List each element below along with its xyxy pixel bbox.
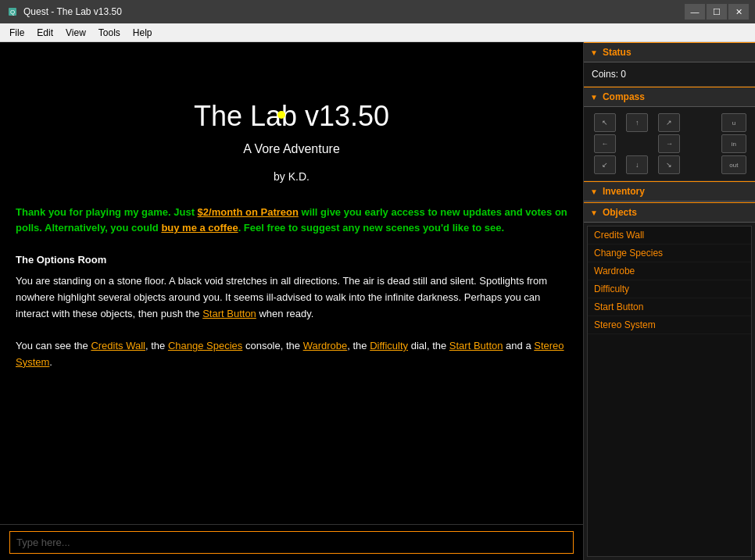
room-title: The Options Room bbox=[16, 252, 567, 269]
compass-arrow: ▼ bbox=[590, 93, 598, 102]
command-input[interactable] bbox=[9, 531, 574, 554]
right-panel: ▼ Status Coins: 0 ▼ Compass ↖ ↑ ↗ u ← bbox=[583, 42, 755, 560]
title-bar: Q Quest - The Lab v13.50 — ☐ ✕ bbox=[0, 0, 755, 23]
object-item[interactable]: Wardrobe bbox=[588, 262, 751, 280]
objects-section: ▼ Objects Credits WallChange SpeciesWard… bbox=[584, 202, 755, 560]
compass-s[interactable]: ↓ bbox=[626, 155, 648, 174]
story-text: The Options Room You are standing on a s… bbox=[16, 252, 567, 371]
status-arrow: ▼ bbox=[590, 48, 598, 57]
coins-display: Coins: 0 bbox=[592, 69, 626, 80]
wardrobe-link[interactable]: Wardrobe bbox=[303, 340, 348, 351]
compass-ne[interactable]: ↗ bbox=[658, 113, 680, 132]
compass-sw[interactable]: ↙ bbox=[594, 155, 616, 174]
object-item[interactable]: Difficulty bbox=[588, 280, 751, 298]
game-title-sub: A Vore Adventure bbox=[16, 139, 567, 159]
compass-section: ▼ Compass ↖ ↑ ↗ u ← → in ↙ ↓ ↘ bbox=[584, 87, 755, 181]
inventory-label: Inventory bbox=[603, 186, 645, 197]
yellow-dot bbox=[277, 111, 285, 119]
inventory-arrow: ▼ bbox=[590, 187, 598, 196]
menu-edit[interactable]: Edit bbox=[30, 23, 59, 41]
status-section: ▼ Status Coins: 0 bbox=[584, 42, 755, 87]
inventory-section: ▼ Inventory bbox=[584, 181, 755, 202]
input-area bbox=[0, 524, 583, 560]
room-description-2: You can see the Credits Wall, the Change… bbox=[16, 338, 567, 371]
start-button-link-1[interactable]: Start Button bbox=[202, 308, 256, 319]
compass-nw[interactable]: ↖ bbox=[594, 113, 616, 132]
object-item[interactable]: Start Button bbox=[588, 298, 751, 316]
change-species-link[interactable]: Change Species bbox=[168, 340, 242, 351]
patreon-link[interactable]: $2/month on Patreon bbox=[198, 206, 299, 218]
compass-grid: ↖ ↑ ↗ u ← → in ↙ ↓ ↘ out bbox=[584, 107, 755, 180]
compass-w[interactable]: ← bbox=[594, 134, 616, 153]
menu-view[interactable]: View bbox=[59, 23, 92, 41]
intro-text: Thank you for playing my game. Just $2/m… bbox=[16, 205, 567, 237]
app-icon: Q bbox=[6, 5, 19, 18]
objects-arrow: ▼ bbox=[590, 209, 598, 217]
room-description-1: You are standing on a stone floor. A bla… bbox=[16, 273, 567, 322]
coffee-link[interactable]: buy me a coffee bbox=[161, 222, 238, 234]
menu-file[interactable]: File bbox=[3, 23, 30, 41]
window-title: Quest - The Lab v13.50 bbox=[23, 6, 685, 17]
menu-bar: File Edit View Tools Help bbox=[0, 23, 755, 42]
menu-tools[interactable]: Tools bbox=[92, 23, 127, 41]
difficulty-link[interactable]: Difficulty bbox=[370, 340, 408, 351]
inventory-header[interactable]: ▼ Inventory bbox=[584, 181, 755, 202]
objects-label: Objects bbox=[603, 207, 637, 218]
game-title: The Lab v13.50 A Vore Adventure by K.D. bbox=[16, 94, 567, 186]
main-area: The Lab v13.50 A Vore Adventure by K.D. … bbox=[0, 42, 755, 560]
compass-se[interactable]: ↘ bbox=[658, 155, 680, 174]
compass-out[interactable]: out bbox=[721, 155, 746, 174]
status-header[interactable]: ▼ Status bbox=[584, 42, 755, 62]
compass-in[interactable]: in bbox=[721, 134, 746, 153]
compass-u[interactable]: u bbox=[721, 113, 746, 132]
game-title-main: The Lab v13.50 bbox=[16, 94, 567, 139]
game-content: The Lab v13.50 A Vore Adventure by K.D. … bbox=[0, 42, 583, 524]
status-content: Coins: 0 bbox=[584, 62, 755, 86]
svg-text:Q: Q bbox=[10, 9, 15, 16]
compass-n[interactable]: ↑ bbox=[626, 113, 648, 132]
menu-help[interactable]: Help bbox=[127, 23, 159, 41]
start-button-link-2[interactable]: Start Button bbox=[449, 340, 503, 351]
status-label: Status bbox=[603, 47, 632, 58]
window-controls: — ☐ ✕ bbox=[685, 4, 749, 20]
compass-label: Compass bbox=[603, 91, 645, 102]
objects-header[interactable]: ▼ Objects bbox=[584, 202, 755, 223]
objects-list: Credits WallChange SpeciesWardrobeDiffic… bbox=[587, 226, 752, 557]
compass-e[interactable]: → bbox=[658, 134, 680, 153]
object-item[interactable]: Stereo System bbox=[588, 316, 751, 334]
game-area: The Lab v13.50 A Vore Adventure by K.D. … bbox=[0, 42, 583, 560]
maximize-button[interactable]: ☐ bbox=[707, 4, 727, 20]
object-item[interactable]: Credits Wall bbox=[588, 226, 751, 244]
promo-text: Thank you for playing my game. Just $2/m… bbox=[16, 206, 567, 234]
close-button[interactable]: ✕ bbox=[728, 4, 749, 20]
object-item[interactable]: Change Species bbox=[588, 244, 751, 262]
credits-wall-link[interactable]: Credits Wall bbox=[91, 340, 145, 351]
compass-header[interactable]: ▼ Compass bbox=[584, 87, 755, 107]
minimize-button[interactable]: — bbox=[685, 4, 705, 20]
game-title-by: by K.D. bbox=[16, 168, 567, 185]
